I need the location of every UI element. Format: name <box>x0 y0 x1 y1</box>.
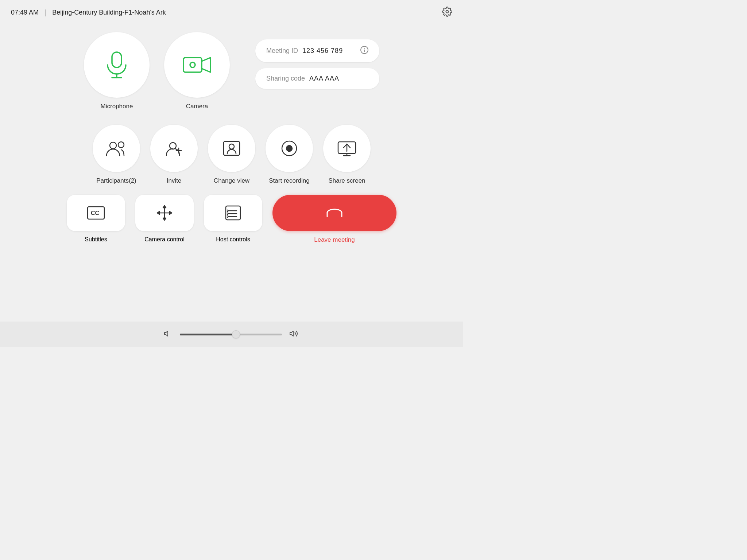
leave-meeting-button[interactable] <box>272 195 396 231</box>
meeting-id-pill[interactable]: Meeting ID 123 456 789 <box>255 39 379 62</box>
svg-marker-33 <box>290 331 293 336</box>
header-divider: | <box>44 8 46 17</box>
svg-rect-1 <box>112 52 121 67</box>
change-view-label: Change view <box>214 177 249 184</box>
start-recording-button[interactable]: Start recording <box>266 125 313 184</box>
share-screen-button[interactable]: Share screen <box>323 125 371 184</box>
start-recording-label: Start recording <box>269 177 310 184</box>
svg-point-0 <box>446 11 449 13</box>
svg-point-15 <box>229 144 234 149</box>
volume-low-icon <box>164 329 173 339</box>
change-view-circle <box>208 125 255 172</box>
camera-label: Camera <box>186 103 208 110</box>
top-row: Microphone Camera Meeting ID 123 456 789 <box>22 32 441 110</box>
info-icon <box>360 46 368 56</box>
host-controls-label: Host controls <box>216 236 250 243</box>
camera-circle <box>164 32 230 98</box>
sharing-code-label: Sharing code <box>266 75 305 82</box>
subtitles-label: Subtitles <box>85 236 107 243</box>
subtitles-rect: CC <box>67 195 125 231</box>
share-screen-circle <box>323 125 371 172</box>
time-display: 07:49 AM <box>11 9 39 16</box>
microphone-button[interactable]: Microphone <box>84 32 150 110</box>
change-view-button[interactable]: Change view <box>208 125 255 184</box>
middle-row: Participants(2) Invite <box>93 125 371 184</box>
meeting-id-value: 123 456 789 <box>302 47 343 55</box>
svg-rect-14 <box>224 141 240 155</box>
camera-control-button[interactable]: Camera control <box>135 195 194 243</box>
av-controls: Microphone Camera <box>84 32 230 110</box>
invite-circle <box>150 125 198 172</box>
header: 07:49 AM | Beijing-Century Building-F1-N… <box>0 0 463 25</box>
participants-label: Participants(2) <box>96 177 136 184</box>
bottom-row: CC Subtitles Camera control <box>67 195 396 244</box>
header-left: 07:49 AM | Beijing-Century Building-F1-N… <box>11 8 166 17</box>
participants-circle <box>93 125 140 172</box>
svg-point-9 <box>110 142 116 149</box>
volume-bar <box>0 322 463 347</box>
svg-point-8 <box>364 48 365 49</box>
camera-button[interactable]: Camera <box>164 32 230 110</box>
sharing-code-value: AAA AAA <box>309 75 339 82</box>
leave-meeting-label: Leave meeting <box>314 236 355 244</box>
svg-rect-4 <box>183 58 202 72</box>
sharing-code-pill[interactable]: Sharing code AAA AAA <box>255 68 379 89</box>
subtitles-button[interactable]: CC Subtitles <box>67 195 125 243</box>
svg-point-10 <box>118 142 124 148</box>
microphone-circle <box>84 32 150 98</box>
volume-track[interactable] <box>180 334 282 335</box>
volume-high-icon <box>289 329 299 339</box>
meeting-id-label: Meeting ID <box>266 47 298 55</box>
info-panel: Meeting ID 123 456 789 Sharing code AAA … <box>255 39 379 89</box>
svg-text:CC: CC <box>91 210 100 216</box>
share-screen-label: Share screen <box>328 177 365 184</box>
volume-thumb[interactable] <box>232 330 240 338</box>
svg-point-17 <box>286 145 292 151</box>
start-recording-circle <box>266 125 313 172</box>
leave-container: Leave meeting <box>272 195 396 244</box>
settings-icon[interactable] <box>442 7 452 18</box>
microphone-label: Microphone <box>101 103 133 110</box>
svg-point-5 <box>190 62 195 67</box>
location-display: Beijing-Century Building-F1-Noah's Ark <box>52 9 166 16</box>
participants-button[interactable]: Participants(2) <box>93 125 140 184</box>
invite-button[interactable]: Invite <box>150 125 198 184</box>
camera-control-label: Camera control <box>144 236 184 243</box>
svg-marker-32 <box>165 331 168 336</box>
host-controls-rect <box>204 195 262 231</box>
svg-point-11 <box>170 143 176 149</box>
invite-label: Invite <box>167 177 182 184</box>
volume-fill <box>180 334 236 335</box>
host-controls-button[interactable]: Host controls <box>204 195 262 243</box>
camera-control-rect <box>135 195 194 231</box>
main-content: Microphone Camera Meeting ID 123 456 789 <box>0 25 463 244</box>
